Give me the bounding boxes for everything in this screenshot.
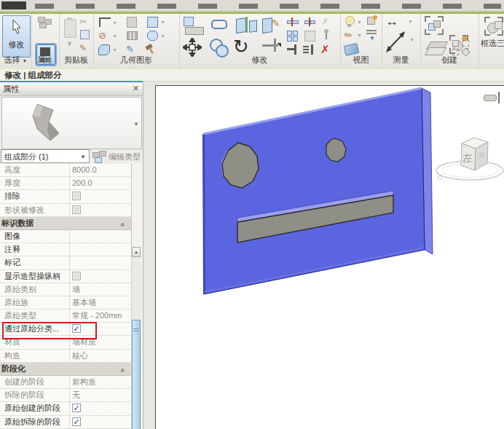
preview-dropdown-icon[interactable]: ▼: [133, 121, 139, 127]
paste-icon[interactable]: [64, 19, 76, 38]
part-properties-icon[interactable]: [38, 17, 52, 28]
ribbon-panel-partial: 框选三: [479, 14, 504, 67]
property-label: 原始拆除的阶段: [4, 416, 67, 428]
trim-to-corner-icon[interactable]: [287, 44, 297, 55]
ribbon-panel-properties: 属性: [31, 14, 60, 67]
paint-geometry-icon[interactable]: [147, 17, 158, 28]
viewcube-left-face-label[interactable]: 左: [462, 152, 473, 165]
align-icon[interactable]: [184, 17, 204, 34]
scale-icon[interactable]: [304, 31, 315, 42]
match-properties-brush-icon[interactable]: ✎: [79, 43, 87, 53]
viewcube[interactable]: 左 前: [461, 138, 488, 170]
property-value: 无: [72, 389, 129, 401]
graphics-chevron-icon[interactable]: ▼: [357, 33, 362, 38]
property-label: 排除: [4, 190, 67, 202]
property-label: 形状被修改: [4, 204, 67, 216]
trim-multiple-icon[interactable]: [303, 44, 315, 55]
close-icon[interactable]: ✕: [133, 84, 139, 93]
cut-chevron-icon[interactable]: ▼: [112, 34, 117, 39]
lightbulb-icon[interactable]: [345, 16, 354, 27]
copy-circles-icon[interactable]: [208, 39, 229, 56]
select-parts-button-label[interactable]: 框选三: [481, 38, 504, 49]
demolish-gear-icon[interactable]: [147, 31, 158, 41]
displace-elements-icon[interactable]: [366, 15, 377, 25]
split-with-gap-icon[interactable]: [304, 17, 315, 26]
property-row: 形状被修改✓: [0, 204, 132, 217]
wall-sweep-icon[interactable]: [98, 44, 110, 55]
cursor-arrow-icon: [11, 19, 23, 35]
ribbon-panel-clipboard: ▼ ✂ ✎ 剪贴板: [59, 14, 94, 67]
property-row: 图像: [0, 230, 132, 243]
property-label: 原始类别: [4, 283, 67, 296]
cope-chevron-icon[interactable]: ▼: [112, 20, 117, 25]
checkbox-checked[interactable]: ✓: [72, 404, 81, 412]
mirror-draw-axis-icon[interactable]: ✎: [262, 16, 284, 36]
measure-diagonal-icon[interactable]: [385, 30, 406, 53]
checkbox-checked[interactable]: ✓: [72, 417, 81, 426]
copy-icon[interactable]: [80, 30, 90, 39]
palette-header[interactable]: 属性 ✕: [0, 82, 143, 96]
cut-circle-icon[interactable]: ⊘: [98, 30, 106, 41]
mirror-pick-axis-icon[interactable]: [236, 16, 258, 36]
property-row: 通过原始分类...✓: [0, 323, 132, 336]
paint-chevron-icon[interactable]: ▼: [160, 20, 165, 25]
scrollbar-up-icon[interactable]: ▲: [132, 247, 141, 257]
measure-chevron-icon[interactable]: ▼: [408, 19, 413, 24]
hide-chevron-icon[interactable]: ▼: [357, 20, 362, 25]
cope-icon[interactable]: [99, 17, 111, 27]
scrollbar-grip: [133, 328, 138, 333]
override-graphics-brush-icon[interactable]: ✎: [342, 28, 355, 42]
parts-slabs-icon[interactable]: [424, 40, 449, 56]
type-selector-dropdown[interactable]: 组成部分 (1) ▼: [1, 149, 90, 163]
measure-pencil-icon[interactable]: ✎: [126, 44, 134, 55]
gear-chevron-icon[interactable]: ▼: [160, 34, 165, 39]
property-row: 排除✓: [0, 190, 132, 203]
panel-label-select[interactable]: 选择 ▼: [0, 55, 31, 66]
dimension-chevron-icon[interactable]: ▼: [409, 37, 414, 42]
application-menu-button[interactable]: [1, 1, 26, 9]
offset-icon[interactable]: [211, 20, 227, 29]
palette-scrollbar[interactable]: ▲: [131, 247, 141, 429]
create-group-icon[interactable]: →: [452, 40, 474, 56]
cut-scissors-icon[interactable]: ✂: [79, 17, 87, 27]
property-label: 原始创建的阶段: [4, 402, 67, 414]
property-row: 厚度200.0: [0, 177, 132, 190]
part-eye-right[interactable]: [326, 138, 346, 162]
collapse-chevron-icon[interactable]: «: [117, 222, 130, 227]
unpin-icon[interactable]: ✗: [322, 17, 328, 26]
paste-label-chevron[interactable]: ▼: [66, 40, 73, 47]
join-geometry-icon[interactable]: [127, 31, 138, 40]
property-value: 200.0: [72, 177, 129, 189]
hammer-icon[interactable]: [146, 44, 156, 53]
property-value: 基本墙: [72, 296, 129, 309]
cut-geometry-icon[interactable]: [127, 17, 137, 28]
drawing-area-3d-view[interactable]: 左 前: [155, 85, 504, 429]
panel-label-modify: 修改: [179, 55, 340, 66]
linework-icon[interactable]: ▼: [366, 29, 378, 40]
pin-icon[interactable]: [323, 29, 330, 40]
measure-between-icon[interactable]: ↔: [385, 14, 398, 29]
property-label: 标识数据: [1, 217, 118, 229]
sweep-chevron-icon[interactable]: ▼: [112, 47, 117, 52]
compass-marker: [438, 176, 442, 180]
viewcube-right-face-label[interactable]: 前: [479, 151, 485, 159]
ribbon-tabs-cropped-text[interactable]: [35, 4, 501, 9]
collapse-chevron-icon[interactable]: «: [117, 369, 130, 373]
property-section-header[interactable]: 标识数据«: [0, 217, 132, 230]
property-section-header[interactable]: 阶段化«: [0, 363, 132, 376]
property-row: 原始创建的阶段✓: [0, 402, 132, 415]
modify-tool-button[interactable]: 修改: [2, 15, 31, 58]
checkbox-checked[interactable]: ✓: [72, 324, 81, 333]
ribbon-panel-select: 修改 选择 ▼: [0, 14, 32, 67]
property-row: 高度8000.0: [0, 164, 132, 177]
type-preview[interactable]: ▼: [1, 97, 142, 149]
array-icon[interactable]: [287, 31, 297, 41]
palette-title: 属性: [3, 84, 20, 95]
ribbon-tab-strip-cropped: [0, 0, 504, 11]
create-parts-icon[interactable]: [425, 16, 444, 35]
scrollbar-thumb[interactable]: [132, 320, 141, 429]
edit-type-button[interactable]: 编辑类型: [92, 150, 142, 162]
split-element-icon[interactable]: [287, 17, 297, 26]
minimized-window-control[interactable]: [484, 95, 497, 101]
select-parts-box-icon[interactable]: [484, 17, 503, 36]
